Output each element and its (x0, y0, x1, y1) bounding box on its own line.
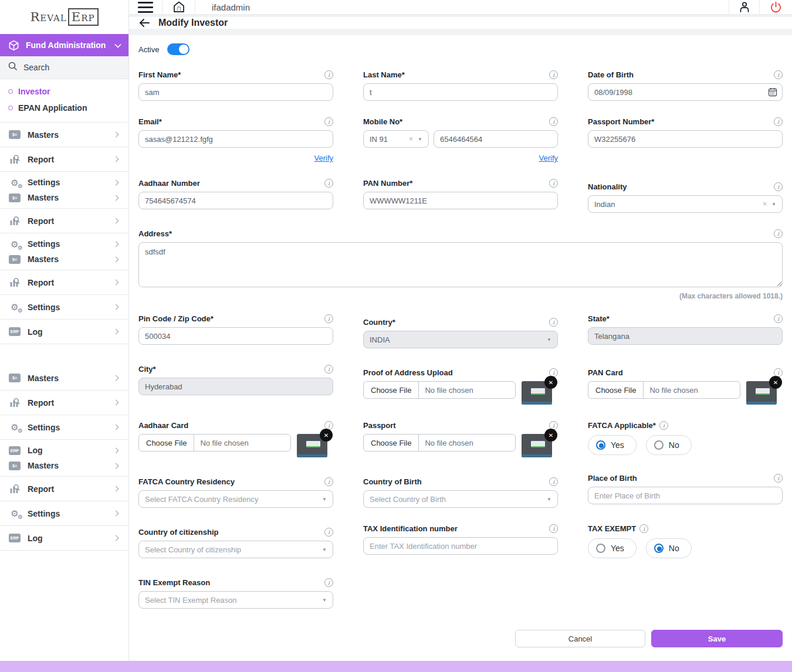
info-icon[interactable]: i (549, 318, 558, 327)
info-icon[interactable]: i (549, 117, 558, 126)
remove-file-icon[interactable]: ✕ (320, 429, 333, 442)
remove-file-icon[interactable]: ✕ (544, 429, 557, 442)
sidebar-item-masters[interactable]: $=Masters (8, 123, 120, 147)
address-textarea[interactable]: sdfsdf (138, 242, 783, 287)
place-of-birth-input[interactable] (588, 487, 783, 504)
passport-thumbnail[interactable]: ✕ (522, 434, 552, 457)
proof-of-address-file-input[interactable]: Choose File No file chosen (363, 381, 516, 399)
info-icon[interactable]: i (659, 421, 668, 430)
dob-input[interactable] (588, 83, 783, 101)
sidebar-item-settings[interactable]: ⚙⚙Settings (8, 295, 120, 319)
first-name-input[interactable] (138, 83, 333, 101)
aadhaar-card-file-input[interactable]: Choose File No file chosen (138, 434, 291, 452)
save-button[interactable]: Save (651, 630, 783, 647)
sidebar-item-settings[interactable]: ⚙⚙Settings (8, 175, 120, 190)
mobile-number-input[interactable] (434, 130, 558, 148)
hamburger-menu-icon[interactable] (129, 0, 163, 14)
remove-file-icon[interactable]: ✕ (544, 376, 557, 389)
fatca-no-radio[interactable]: No (646, 435, 692, 455)
info-icon[interactable]: i (774, 117, 783, 126)
country-of-birth-select[interactable]: Select Country of Birth ▼ (363, 490, 558, 508)
info-icon[interactable]: i (774, 182, 783, 191)
info-icon[interactable]: i (549, 524, 558, 533)
info-icon[interactable]: i (324, 477, 333, 486)
module-selector[interactable]: Fund Administration (0, 34, 128, 56)
info-icon[interactable]: i (324, 70, 333, 79)
sidebar-item-settings[interactable]: ⚙⚙Settings (8, 236, 120, 252)
email-verify-link[interactable]: Verify (314, 154, 333, 162)
user-profile-icon[interactable] (729, 0, 759, 14)
calendar-icon[interactable] (768, 87, 777, 99)
logout-power-icon[interactable] (759, 0, 792, 14)
sidebar-item-log[interactable]: ERPLog (8, 320, 120, 344)
passport-file-input[interactable]: Choose File No file chosen (363, 434, 516, 452)
clear-icon[interactable]: × (409, 135, 413, 143)
pincode-input[interactable] (138, 327, 333, 345)
sidebar-item-investor[interactable]: Investor (0, 83, 128, 100)
aadhaar-number-input[interactable] (138, 192, 333, 209)
caret-down-icon: ▼ (322, 547, 327, 552)
active-toggle[interactable] (167, 43, 189, 55)
pan-card-file-input[interactable]: Choose File No file chosen (588, 381, 740, 399)
sidebar-search[interactable]: Search (0, 56, 128, 79)
info-icon[interactable]: i (549, 477, 558, 486)
remove-file-icon[interactable]: ✕ (769, 376, 782, 389)
info-icon[interactable]: i (639, 524, 648, 533)
tax-exempt-yes-radio[interactable]: Yes (588, 538, 637, 558)
sidebar-item-masters[interactable]: $=Masters (8, 458, 120, 473)
sidebar-item-label: Settings (28, 303, 107, 312)
sidebar-item-masters[interactable]: $=Masters (8, 252, 120, 267)
passport-number-input[interactable] (588, 130, 783, 148)
sidebar-item-report[interactable]: Report (8, 147, 120, 171)
clear-icon[interactable]: × (763, 200, 767, 208)
pan-number-input[interactable] (363, 192, 558, 209)
last-name-input[interactable] (363, 83, 558, 101)
tin-exempt-reason-select[interactable]: Select TIN Exempt Reason ▼ (138, 591, 333, 609)
cancel-button[interactable]: Cancel (515, 630, 645, 647)
tin-input[interactable] (363, 537, 558, 555)
info-icon[interactable]: i (324, 578, 333, 587)
nationality-select[interactable]: Indian × ▼ (588, 195, 783, 213)
fatca-yes-radio[interactable]: Yes (588, 435, 637, 455)
info-icon[interactable]: i (324, 179, 333, 188)
info-icon[interactable]: i (774, 314, 783, 323)
sidebar-item-report[interactable]: Report (8, 209, 120, 233)
mobile-country-code-select[interactable]: IN 91 × ▼ (363, 130, 429, 148)
proof-of-address-thumbnail[interactable]: ✕ (522, 381, 552, 405)
citizenship-select[interactable]: Select Country of citizenship ▼ (138, 541, 333, 558)
sidebar-item-log[interactable]: ERPLog (8, 526, 120, 550)
info-icon[interactable]: i (324, 365, 333, 374)
field-city: City* i (138, 364, 333, 395)
city-input[interactable] (138, 378, 333, 395)
dob-label: Date of Birth (588, 70, 634, 79)
sidebar-item-epan-application[interactable]: EPAN Application (0, 100, 128, 116)
sidebar-item-report[interactable]: Report (8, 477, 120, 501)
state-input[interactable] (588, 327, 783, 345)
info-icon[interactable]: i (774, 70, 783, 79)
sidebar-item-label: Report (28, 398, 107, 408)
info-icon[interactable]: i (549, 179, 558, 188)
back-arrow-icon[interactable] (138, 18, 150, 28)
sidebar-item-settings[interactable]: ⚙⚙Settings (8, 501, 120, 525)
home-icon[interactable] (163, 0, 195, 14)
info-icon[interactable]: i (774, 229, 783, 238)
info-icon[interactable]: i (774, 474, 783, 483)
info-icon[interactable]: i (324, 117, 333, 126)
fatca-country-select[interactable]: Select FATCA Country Residency ▼ (138, 490, 333, 508)
aadhaar-card-thumbnail[interactable]: ✕ (297, 434, 327, 457)
mobile-verify-link[interactable]: Verify (539, 154, 558, 162)
tax-exempt-no-radio[interactable]: No (646, 538, 692, 558)
info-icon[interactable]: i (549, 70, 558, 79)
info-icon[interactable]: i (324, 314, 333, 323)
email-input[interactable] (138, 130, 333, 148)
sidebar-item-settings[interactable]: ⚙⚙Settings (8, 415, 120, 439)
sidebar-item-report[interactable]: Report (8, 270, 120, 294)
info-icon[interactable]: i (324, 528, 333, 537)
pan-card-thumbnail[interactable]: ✕ (746, 381, 777, 405)
cube-icon (7, 40, 20, 51)
country-select[interactable]: INDIA ▼ (363, 331, 558, 348)
sidebar-item-masters[interactable]: $=Masters (8, 190, 120, 205)
sidebar-item-log[interactable]: ERPLog (8, 443, 120, 458)
sidebar-item-report[interactable]: Report (8, 391, 120, 415)
sidebar-item-masters[interactable]: $=Masters (8, 366, 120, 390)
